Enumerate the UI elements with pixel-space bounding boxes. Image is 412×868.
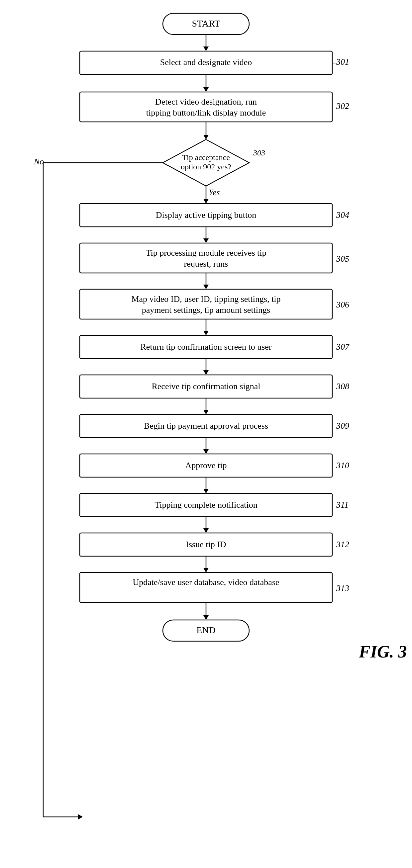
diagram-container: START Select and designate video 301 Det… <box>0 0 412 868</box>
page-spacer <box>0 13 412 868</box>
